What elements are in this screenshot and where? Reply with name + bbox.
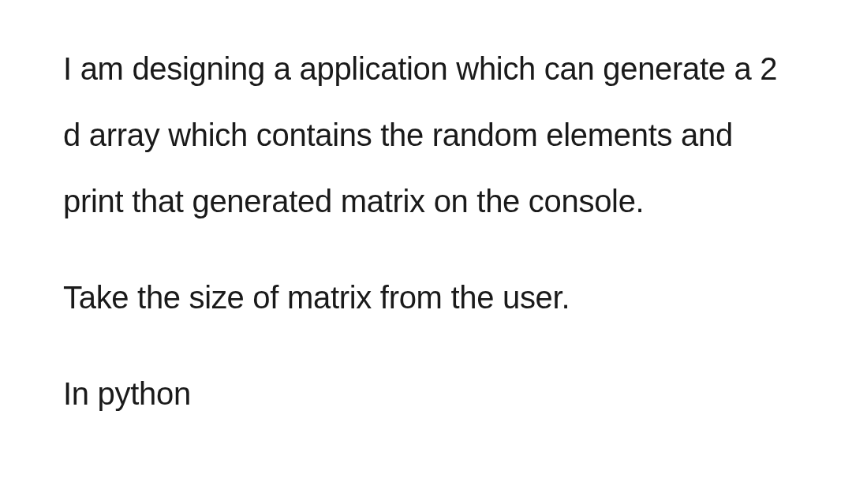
paragraph-3: In python [63,360,789,427]
paragraph-2: Take the size of matrix from the user. [63,264,789,330]
document-content: I am designing a application which can g… [63,35,789,427]
paragraph-1: I am designing a application which can g… [63,35,789,234]
